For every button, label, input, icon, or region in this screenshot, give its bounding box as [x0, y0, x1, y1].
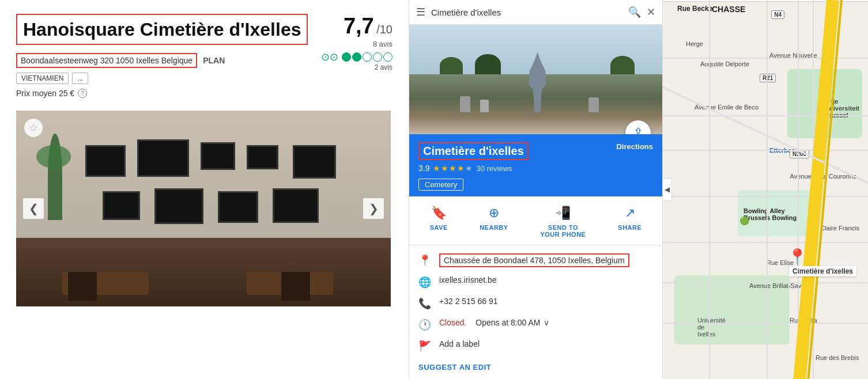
star-4: ★	[457, 164, 465, 173]
map-pin: 📍	[787, 248, 807, 267]
phone-detail[interactable]: +32 2 515 66 91	[439, 297, 498, 306]
map-label-universite: UniversitédeIxelles	[697, 317, 726, 338]
clock-icon: 🕐	[418, 319, 431, 331]
hours-row: 🕐 Closed. Opens at 8:00 AM ∨	[418, 318, 653, 331]
map-badge-r21: R21	[760, 74, 776, 82]
close-icon[interactable]: ✕	[647, 6, 655, 18]
map-label-rue-becke: Rue Becke	[677, 5, 712, 13]
map-collapse-button[interactable]: ◀	[663, 178, 672, 201]
map-panel: Rue Becke CHASSE N4 Herge Auguste Delpor…	[663, 0, 868, 379]
globe-icon: 🌐	[418, 276, 431, 289]
star-1: ★	[433, 164, 440, 173]
send-to-phone-icon: 📲	[555, 206, 571, 221]
map-pin-label: Cimetière d'ixelles	[789, 266, 856, 276]
place-photo: ⇪	[409, 25, 662, 134]
map-label-bowling: Bowling AlleyBrussels Bowling	[744, 207, 797, 221]
closed-status: Closed.	[439, 318, 466, 327]
map-badge-n4: N4	[771, 10, 784, 19]
flag-icon: 🚩	[418, 340, 431, 353]
bubble-3	[363, 52, 372, 62]
ta-avis-count: 2 avis	[321, 63, 393, 71]
address-row: 📍 Chaussée de Boondael 478, 1050 Ixelles…	[418, 253, 653, 267]
label-row: 🚩 Add a label	[418, 339, 653, 353]
nearby-action[interactable]: ⊕ NEARBY	[480, 206, 508, 238]
place-details: 📍 Chaussée de Boondael 478, 1050 Ixelles…	[409, 245, 662, 379]
title-box: Hanoisquare Cimetière d'Ixelles	[16, 14, 308, 45]
map-label-rue-brebis: Rue des Brebis	[816, 354, 859, 361]
address-detail: Chaussée de Boondael 478, 1050 Ixelles, …	[439, 253, 629, 267]
star-5: ★	[465, 164, 473, 173]
bowling-icon: 🟢	[739, 216, 749, 225]
website-detail[interactable]: ixelles.irisnet.be	[439, 275, 497, 285]
direction-arrow-icon: ⇪	[633, 126, 643, 134]
bubble-2	[352, 52, 361, 62]
prev-arrow-icon: ❮	[29, 202, 39, 215]
prix-label: Prix moyen 25 €	[16, 89, 74, 98]
plan-link[interactable]: PLAN	[203, 56, 225, 65]
star-3: ★	[449, 164, 456, 173]
collapse-arrow-icon: ◀	[665, 185, 670, 194]
chevron-down-icon[interactable]: ∨	[544, 318, 549, 327]
category-tag: Cemetery	[418, 179, 463, 191]
address-box: Boondaalsesteenweg 320 1050 Ixelles Belg…	[16, 53, 197, 68]
suggest-edit-button[interactable]: SUGGEST AN EDIT	[418, 361, 653, 374]
map-label-auguste: Auguste Delporte	[700, 60, 749, 67]
tag-vietnamien[interactable]: VIETNAMIEN	[16, 73, 69, 84]
gallery: ☆ ❮ ❯	[16, 111, 391, 306]
bubble-row	[342, 52, 393, 62]
nearby-icon: ⊕	[489, 206, 499, 221]
location-pin-icon: 📍	[418, 254, 431, 267]
share-label: SHARE	[618, 224, 641, 231]
place-info-block: Cimetière d'ixelles 3.9 ★ ★ ★ ★ ★ 30 rev…	[409, 134, 662, 179]
share-icon: ↗	[625, 206, 635, 221]
category-row: Cemetery	[409, 179, 662, 196]
share-action[interactable]: ↗ SHARE	[618, 206, 641, 238]
avis-count: 8 avis	[321, 40, 393, 48]
map-container[interactable]: Rue Becke CHASSE N4 Herge Auguste Delpor…	[663, 0, 868, 379]
gm-header: ☰ 🔍 ✕	[409, 0, 662, 25]
map-background: Rue Becke CHASSE N4 Herge Auguste Delpor…	[663, 0, 868, 379]
send-to-phone-label: SEND TO YOUR PHONE	[540, 224, 586, 238]
help-icon[interactable]: ?	[78, 89, 87, 98]
gallery-next-button[interactable]: ❯	[363, 198, 384, 219]
gallery-prev-button[interactable]: ❮	[23, 198, 44, 219]
rating-number: 3.9	[418, 164, 429, 173]
hours-detail: Closed. Opens at 8:00 AM ∨	[439, 318, 549, 327]
save-label: SAVE	[430, 224, 448, 231]
opens-time: Opens at 8:00 AM	[475, 318, 540, 327]
website-row: 🌐 ixelles.irisnet.be	[418, 275, 653, 289]
score-denom: /10	[376, 23, 393, 36]
score-value: 7,7	[344, 14, 374, 38]
next-arrow-icon: ❯	[369, 202, 379, 215]
search-icon[interactable]: 🔍	[628, 6, 641, 18]
save-action[interactable]: 🔖 SAVE	[430, 206, 448, 238]
save-icon: 🔖	[431, 206, 447, 221]
nearby-label: NEARBY	[480, 224, 508, 231]
reviews-count: 30 reviews	[476, 164, 512, 173]
search-input[interactable]	[431, 7, 622, 17]
actions-bar: 🔖 SAVE ⊕ NEARBY 📲 SEND TO YOUR PHONE ↗ S…	[409, 196, 662, 245]
place-name: Cimetière d'ixelles	[418, 142, 529, 160]
phone-row: 📞 +32 2 515 66 91	[418, 297, 653, 310]
send-to-phone-action[interactable]: 📲 SEND TO YOUR PHONE	[540, 206, 586, 238]
phone-icon: 📞	[418, 297, 431, 310]
bubble-1	[342, 52, 351, 62]
bubble-4	[373, 52, 382, 62]
map-label-herge: Herge	[686, 40, 703, 47]
menu-icon[interactable]: ☰	[416, 6, 425, 18]
add-label[interactable]: Add a label	[439, 339, 480, 348]
restaurant-title: Hanoisquare Cimetière d'Ixelles	[23, 18, 301, 40]
map-label-chasse: CHASSE	[712, 5, 745, 14]
tag-more[interactable]: ...	[72, 73, 88, 84]
left-panel: Hanoisquare Cimetière d'Ixelles Boondaal…	[0, 0, 409, 379]
star-icon: ☆	[29, 122, 38, 134]
google-maps-panel: ☰ 🔍 ✕ ⇪ Cimetière d'ixelles 3.9	[409, 0, 663, 379]
tripadvisor-logo: ⊙⊙	[321, 51, 338, 63]
directions-label[interactable]: Directions	[616, 142, 653, 151]
star-2: ★	[441, 164, 448, 173]
star-rating: ★ ★ ★ ★ ★	[433, 164, 473, 173]
bubble-5	[383, 52, 393, 62]
